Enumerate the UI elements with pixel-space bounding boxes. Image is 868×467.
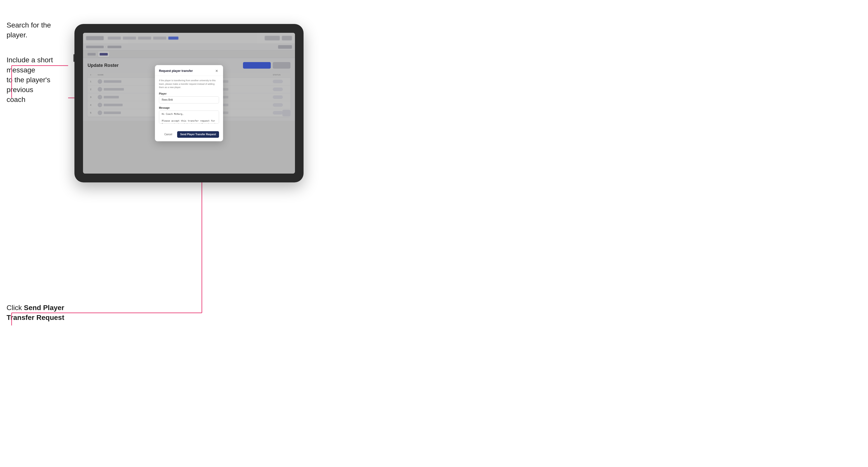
send-transfer-request-button[interactable]: Send Player Transfer Request: [177, 131, 219, 138]
annotation-text-step2: Include a short message to the player's …: [6, 55, 72, 104]
transfer-modal: Request player transfer ✕ If the player …: [155, 65, 223, 141]
player-input[interactable]: [159, 96, 219, 103]
annotation-text-step1: Search for the player.: [6, 20, 72, 40]
tablet-frame: › Update Roster: [74, 24, 304, 182]
message-label: Message: [159, 106, 219, 109]
annotation-step1: Search for the player. Include a short m…: [6, 20, 72, 104]
cancel-button[interactable]: Cancel: [161, 131, 175, 138]
modal-body: If the player is transferring from anoth…: [155, 76, 223, 131]
modal-header: Request player transfer ✕: [155, 65, 223, 76]
tablet-screen: › Update Roster: [83, 33, 295, 174]
modal-description: If the player is transferring from anoth…: [159, 79, 219, 89]
message-textarea[interactable]: Hi Coach McHarg, Please accept this tran…: [159, 111, 219, 124]
modal-footer: Cancel Send Player Transfer Request: [155, 131, 223, 141]
modal-close-button[interactable]: ✕: [215, 69, 219, 73]
modal-overlay: Request player transfer ✕ If the player …: [83, 33, 295, 174]
player-label: Player: [159, 92, 219, 95]
modal-title: Request player transfer: [159, 69, 193, 73]
annotation-text-step3: Click Send Player Transfer Request: [6, 303, 72, 322]
